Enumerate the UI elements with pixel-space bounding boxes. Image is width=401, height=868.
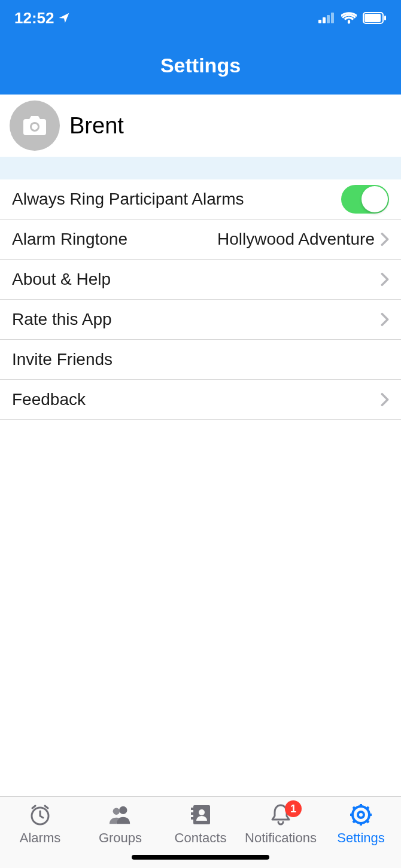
always-ring-toggle[interactable] (341, 185, 389, 214)
svg-rect-14 (191, 812, 193, 815)
gear-icon (349, 803, 373, 827)
battery-icon (363, 12, 387, 24)
chevron-right-icon (381, 272, 389, 287)
svg-rect-1 (323, 17, 326, 23)
row-alarm-ringtone[interactable]: Alarm Ringtone Hollywood Adventure (0, 220, 401, 260)
svg-point-8 (32, 124, 38, 130)
camera-icon (23, 115, 47, 136)
nav-header: Settings (0, 36, 401, 95)
row-label: Rate this App (12, 310, 112, 329)
svg-rect-0 (318, 20, 321, 23)
chevron-right-icon (381, 232, 389, 246)
settings-list: Always Ring Participant Alarms Alarm Rin… (0, 179, 401, 420)
tab-alarms[interactable]: Alarms (0, 803, 80, 868)
tab-label: Settings (337, 830, 385, 846)
svg-rect-15 (191, 817, 193, 820)
home-indicator[interactable] (132, 855, 269, 860)
toggle-knob (361, 186, 388, 212)
row-label: Alarm Ringtone (12, 230, 127, 249)
svg-rect-13 (191, 808, 193, 810)
svg-rect-2 (327, 15, 330, 23)
svg-line-26 (353, 820, 356, 823)
tab-settings[interactable]: Settings (321, 803, 401, 868)
notification-badge: 1 (285, 800, 302, 817)
row-about-help[interactable]: About & Help (0, 260, 401, 300)
row-rate-app[interactable]: Rate this App (0, 300, 401, 340)
status-time: 12:52 (14, 9, 54, 28)
alarm-icon (28, 803, 52, 827)
content-filler (0, 420, 401, 796)
tab-label: Groups (99, 830, 142, 846)
row-always-ring[interactable]: Always Ring Participant Alarms (0, 179, 401, 220)
svg-line-25 (366, 807, 369, 809)
tab-label: Alarms (20, 830, 60, 846)
svg-point-16 (199, 809, 205, 815)
row-label: Feedback (12, 390, 86, 409)
svg-rect-6 (384, 16, 386, 20)
svg-rect-5 (364, 14, 381, 22)
svg-line-24 (366, 820, 369, 823)
tab-label: Contacts (175, 830, 227, 846)
tab-label: Notifications (245, 830, 317, 846)
page-title: Settings (160, 54, 241, 77)
cellular-icon (318, 13, 335, 23)
svg-rect-3 (331, 13, 334, 23)
svg-point-10 (119, 806, 127, 814)
avatar[interactable] (10, 100, 60, 151)
row-feedback[interactable]: Feedback (0, 380, 401, 420)
svg-point-11 (113, 808, 120, 815)
row-label: Invite Friends (12, 350, 113, 369)
row-label: Always Ring Participant Alarms (12, 190, 244, 209)
svg-line-23 (353, 807, 356, 809)
group-icon (108, 803, 132, 827)
contacts-icon (189, 803, 212, 827)
ringtone-value: Hollywood Adventure (217, 230, 375, 249)
status-bar: 12:52 (0, 0, 401, 36)
chevron-right-icon (381, 392, 389, 407)
row-label: About & Help (12, 270, 111, 289)
svg-point-18 (358, 812, 364, 818)
section-spacer (0, 157, 401, 179)
row-invite-friends[interactable]: Invite Friends (0, 340, 401, 380)
location-icon (58, 12, 70, 24)
profile-row[interactable]: Brent (0, 95, 401, 157)
chevron-right-icon (381, 312, 389, 327)
wifi-icon (341, 12, 357, 24)
username: Brent (69, 113, 124, 139)
